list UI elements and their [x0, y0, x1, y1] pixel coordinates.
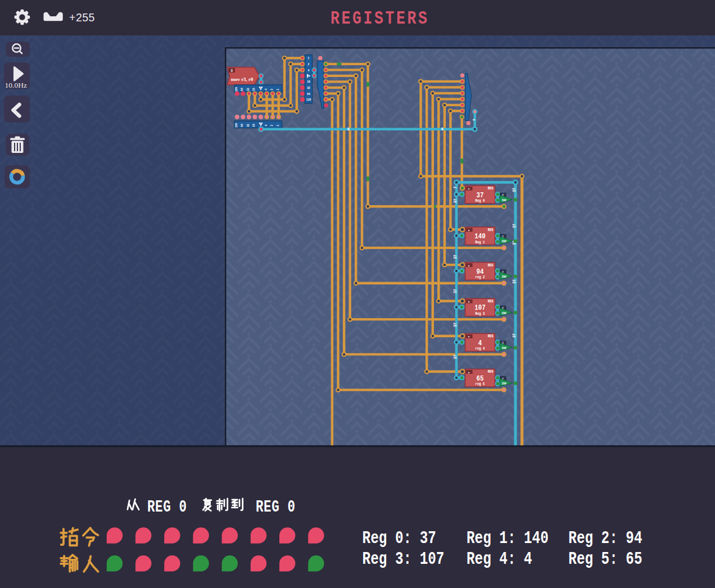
- svg-text:128: 128: [235, 123, 238, 128]
- svg-text:SW: SW: [502, 382, 506, 385]
- svg-text:37: 37: [512, 333, 516, 338]
- svg-text:SW: SW: [502, 239, 506, 243]
- svg-text:32: 32: [247, 88, 250, 91]
- svg-text:SW: SW: [502, 198, 506, 202]
- svg-text:8: 8: [307, 75, 309, 78]
- svg-text:Reg 4: 4: Reg 4: 4: [467, 550, 532, 569]
- svg-text:37: 37: [453, 355, 457, 359]
- svg-text:1: 1: [308, 56, 310, 60]
- svg-text:SW: SW: [502, 311, 506, 315]
- svg-text:37: 37: [512, 279, 516, 284]
- svg-text:Reg 1: Reg 1: [476, 240, 485, 245]
- svg-text:37: 37: [453, 255, 457, 259]
- svg-text:REG: REG: [488, 187, 494, 191]
- svg-text:Reg 3: 107: Reg 3: 107: [363, 550, 445, 569]
- svg-text:8: 8: [441, 127, 444, 131]
- svg-text:8: 8: [230, 69, 233, 73]
- svg-text:REG 0: REG 0: [147, 497, 187, 517]
- svg-text:+255: +255: [69, 11, 95, 24]
- svg-text:1: 1: [277, 88, 279, 90]
- svg-text:Reg 0: Reg 0: [476, 198, 485, 203]
- svg-text:37: 37: [453, 199, 457, 203]
- svg-text:37: 37: [453, 289, 457, 293]
- svg-text:REG: REG: [488, 263, 494, 268]
- svg-text:128: 128: [235, 87, 238, 92]
- svg-text:4: 4: [308, 69, 310, 72]
- svg-text:REGISTERS: REGISTERS: [331, 8, 429, 29]
- svg-text:Reg 1: 140: Reg 1: 140: [467, 529, 549, 549]
- svg-text:4: 4: [265, 124, 268, 126]
- svg-text:reg 4: reg 4: [476, 347, 485, 351]
- svg-text:REG: REG: [488, 370, 494, 374]
- svg-text:Reg 3: Reg 3: [476, 311, 485, 316]
- svg-text:8: 8: [347, 127, 350, 131]
- svg-text:37: 37: [512, 224, 516, 228]
- svg-text:REG: REG: [488, 334, 494, 339]
- svg-text:4: 4: [265, 88, 268, 90]
- svg-text:Reg 2: 94: Reg 2: 94: [568, 529, 642, 549]
- svg-text:2: 2: [270, 124, 273, 126]
- svg-text:32: 32: [247, 124, 250, 127]
- svg-text:37: 37: [512, 188, 516, 192]
- svg-text:16: 16: [252, 124, 255, 127]
- svg-text:Reg 0: 37: Reg 0: 37: [363, 529, 436, 549]
- svg-text:SW: SW: [502, 275, 506, 278]
- svg-text:64: 64: [241, 124, 243, 127]
- svg-text:2: 2: [308, 62, 310, 66]
- svg-text:1: 1: [277, 124, 279, 126]
- svg-text:mov r3, r0: mov r3, r0: [231, 76, 254, 82]
- svg-text:Reg 5: 65: Reg 5: 65: [568, 550, 642, 569]
- svg-text:REG 0: REG 0: [256, 497, 295, 517]
- svg-text:32: 32: [307, 86, 310, 89]
- svg-text:64: 64: [307, 92, 310, 96]
- svg-text:37: 37: [453, 323, 457, 327]
- svg-text:16: 16: [252, 88, 255, 91]
- svg-text:16: 16: [307, 80, 310, 83]
- svg-text:reg 2: reg 2: [476, 275, 485, 280]
- svg-text:10.0Hz: 10.0Hz: [5, 81, 27, 89]
- svg-text:SW: SW: [502, 346, 506, 350]
- svg-text:2: 2: [270, 88, 273, 90]
- svg-text:64: 64: [241, 88, 243, 91]
- svg-text:reg 5: reg 5: [476, 382, 485, 387]
- svg-text:7: 7: [453, 186, 457, 188]
- svg-text:128: 128: [306, 98, 311, 101]
- svg-text:REG: REG: [488, 228, 494, 232]
- svg-text:REG: REG: [488, 299, 494, 304]
